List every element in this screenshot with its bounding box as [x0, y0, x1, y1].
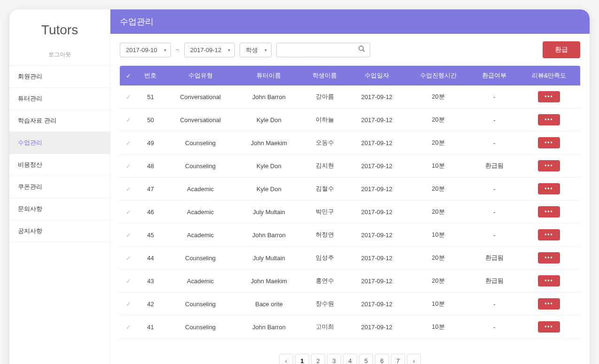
- cell-duration: 20분: [405, 201, 471, 224]
- cell-tutor: John Maekim: [236, 132, 302, 155]
- more-button[interactable]: •••: [538, 206, 560, 217]
- table-row: ✓47AcademicKyle Don김철수2017-09-1220분-•••: [120, 178, 580, 201]
- page-button[interactable]: 2: [311, 354, 325, 364]
- check-icon[interactable]: ✓: [126, 209, 131, 216]
- cell-no: 46: [137, 201, 164, 224]
- page-prev-button[interactable]: ‹: [279, 354, 293, 364]
- cell-tutor: John Maekim: [236, 270, 302, 293]
- sidebar-item[interactable]: 학습자료 관리: [9, 110, 110, 132]
- cell-student: 고미희: [302, 316, 348, 339]
- cell-date: 2017-09-12: [348, 85, 405, 108]
- cell-student: 김철수: [302, 178, 348, 201]
- more-button[interactable]: •••: [538, 183, 560, 194]
- logo: Tutors: [9, 9, 110, 47]
- cell-type: Academic: [164, 178, 236, 201]
- more-button[interactable]: •••: [538, 298, 560, 310]
- page-button[interactable]: 6: [375, 354, 389, 364]
- sidebar-item[interactable]: 쿠폰관리: [9, 176, 110, 198]
- cell-refund: -: [471, 85, 518, 108]
- cell-no: 47: [137, 178, 164, 201]
- sidebar-item[interactable]: 튜터관리: [9, 88, 110, 110]
- check-all-icon[interactable]: ✓: [126, 72, 131, 79]
- cell-refund: -: [471, 224, 518, 247]
- cell-no: 48: [137, 155, 164, 178]
- refund-button[interactable]: 환급: [543, 41, 580, 58]
- table-row: ✓43AcademicJohn Maekim홍연수2017-09-1220분환급…: [120, 270, 580, 293]
- page-button[interactable]: 5: [359, 354, 373, 364]
- check-icon[interactable]: ✓: [126, 232, 131, 239]
- cell-type: Conversational: [164, 108, 236, 132]
- nav: 회원관리튜터관리학습자료 관리수업관리비용정산쿠폰관리문의사항공지사항: [9, 66, 110, 242]
- cell-refund: -: [471, 293, 518, 316]
- cell-tutor: John Barron: [236, 85, 302, 108]
- check-icon[interactable]: ✓: [126, 324, 131, 331]
- check-icon[interactable]: ✓: [126, 93, 131, 101]
- more-button[interactable]: •••: [538, 229, 560, 240]
- filter-select[interactable]: 학생: [240, 43, 272, 57]
- cell-tutor: July Multain: [236, 247, 302, 270]
- check-icon[interactable]: ✓: [126, 255, 131, 262]
- table-row: ✓44CounselingJuly Multain임성주2017-09-1220…: [120, 247, 580, 270]
- table-header-cell: 리뷰&만족도: [518, 66, 580, 85]
- cell-student: 임성주: [302, 247, 348, 270]
- toolbar: 2017-09-10 ▾ ~ 2017-09-12 ▾ 학생 ▾ 환급: [110, 34, 590, 66]
- more-button[interactable]: •••: [538, 252, 560, 263]
- cell-duration: 10분: [405, 316, 471, 339]
- page-button[interactable]: 7: [391, 354, 405, 364]
- cell-duration: 20분: [405, 108, 471, 132]
- cell-student: 홍연수: [302, 270, 348, 293]
- cell-student: 이하늘: [302, 108, 348, 132]
- cell-duration: 10분: [405, 293, 471, 316]
- sidebar-item[interactable]: 수업관리: [9, 132, 110, 154]
- cell-no: 44: [137, 247, 164, 270]
- table-container: ✓번호수업유형튜터이름학생이름수업일자수업진행시간환급여부리뷰&만족도 ✓51C…: [110, 66, 590, 347]
- check-icon[interactable]: ✓: [126, 186, 131, 193]
- cell-refund: -: [471, 178, 518, 201]
- cell-date: 2017-09-12: [348, 132, 405, 155]
- cell-no: 51: [137, 85, 164, 108]
- table-header-cell: ✓: [120, 66, 137, 85]
- more-button[interactable]: •••: [538, 91, 560, 102]
- cell-date: 2017-09-12: [348, 178, 405, 201]
- cell-type: Academic: [164, 224, 236, 247]
- page-button[interactable]: 1: [295, 354, 309, 364]
- page-next-button[interactable]: ›: [407, 354, 421, 364]
- cell-duration: 20분: [405, 132, 471, 155]
- logout-link[interactable]: 로그아웃: [9, 47, 110, 66]
- table-row: ✓51ConversationalJohn Barron강아름2017-09-1…: [120, 85, 580, 108]
- more-button[interactable]: •••: [538, 137, 560, 148]
- more-button[interactable]: •••: [538, 321, 560, 333]
- cell-type: Counseling: [164, 155, 236, 178]
- cell-refund: -: [471, 201, 518, 224]
- search-input[interactable]: [276, 43, 370, 57]
- check-icon[interactable]: ✓: [126, 163, 131, 170]
- table-header-cell: 수업유형: [164, 66, 236, 85]
- sidebar-item[interactable]: 공지사항: [9, 220, 110, 242]
- more-button[interactable]: •••: [538, 114, 560, 125]
- page-button[interactable]: 3: [327, 354, 341, 364]
- date-to-input[interactable]: 2017-09-12: [184, 43, 235, 57]
- check-icon[interactable]: ✓: [126, 301, 131, 308]
- check-icon[interactable]: ✓: [126, 116, 131, 124]
- cell-refund: -: [471, 316, 518, 339]
- table-row: ✓46AcademicJuly Multain박민구2017-09-1220분-…: [120, 201, 580, 224]
- cell-type: Counseling: [164, 247, 236, 270]
- sidebar-item[interactable]: 문의사항: [9, 198, 110, 220]
- cell-no: 45: [137, 224, 164, 247]
- check-icon[interactable]: ✓: [126, 278, 131, 285]
- table-body: ✓51ConversationalJohn Barron강아름2017-09-1…: [120, 85, 580, 339]
- sidebar-item[interactable]: 회원관리: [9, 66, 110, 88]
- date-from-input[interactable]: 2017-09-10: [120, 43, 171, 57]
- cell-no: 43: [137, 270, 164, 293]
- table-row: ✓49CounselingJohn Maekim오동수2017-09-1220분…: [120, 132, 580, 155]
- table-row: ✓50ConversationalKyle Don이하늘2017-09-1220…: [120, 108, 580, 132]
- cell-refund: -: [471, 108, 518, 132]
- cell-type: Counseling: [164, 293, 236, 316]
- page-button[interactable]: 4: [343, 354, 357, 364]
- more-button[interactable]: •••: [538, 275, 560, 287]
- cell-student: 오동수: [302, 132, 348, 155]
- cell-date: 2017-09-12: [348, 201, 405, 224]
- check-icon[interactable]: ✓: [126, 139, 131, 147]
- more-button[interactable]: •••: [538, 160, 560, 171]
- sidebar-item[interactable]: 비용정산: [9, 154, 110, 176]
